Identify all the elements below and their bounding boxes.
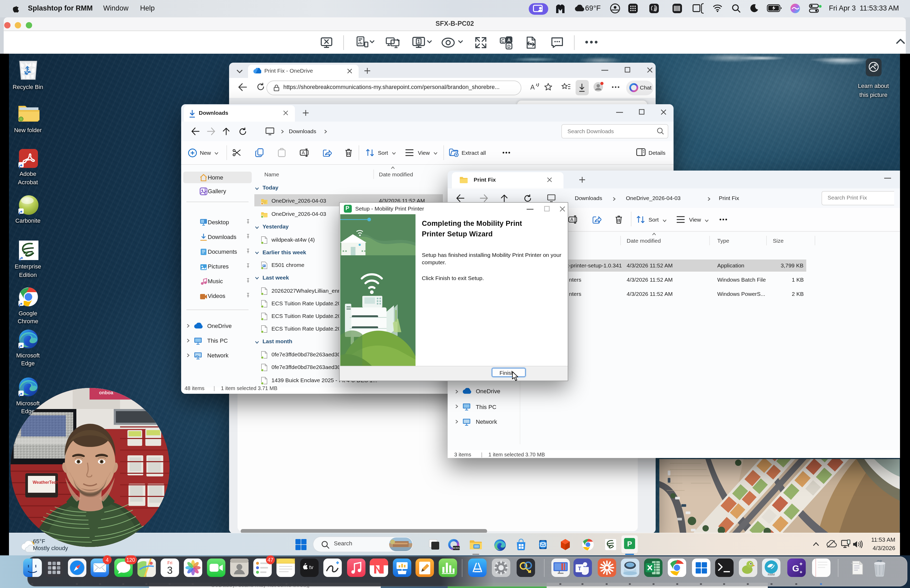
- svg-text:tv: tv: [309, 564, 313, 570]
- svg-text:A: A: [530, 84, 535, 90]
- svg-text:C: C: [501, 39, 504, 44]
- svg-text:A: A: [570, 217, 573, 222]
- svg-text:onboa: onboa: [99, 390, 113, 395]
- svg-text:T: T: [578, 565, 581, 572]
- svg-text:P: P: [627, 540, 632, 548]
- svg-text:D: D: [508, 44, 511, 49]
- svg-text:RMM: RMM: [768, 573, 775, 576]
- svg-text:A: A: [508, 38, 511, 43]
- svg-text:3: 3: [166, 565, 172, 576]
- svg-text:1: 1: [417, 39, 420, 44]
- svg-text:Fri: Fri: [167, 561, 172, 565]
- svg-text:A: A: [302, 150, 305, 155]
- svg-text:G: G: [792, 563, 799, 573]
- svg-text:M365: M365: [453, 547, 460, 549]
- svg-text:WeatherTech: WeatherTech: [32, 480, 58, 485]
